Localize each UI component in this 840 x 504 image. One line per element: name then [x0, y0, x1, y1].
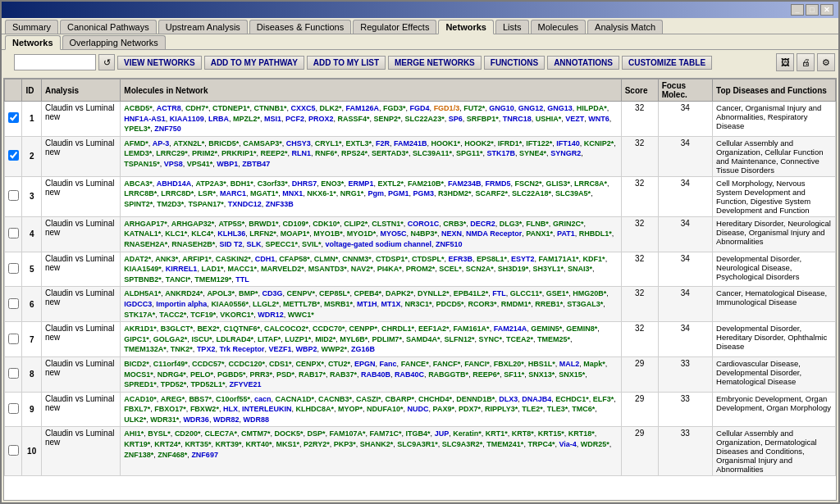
gene-label: DLG3*	[500, 220, 523, 228]
row-focus: 33	[658, 427, 712, 476]
gene-label: C1QTNF6*	[223, 325, 260, 333]
gene-label: KDF1*	[583, 255, 605, 263]
sub-tab-networks[interactable]: Networks	[5, 35, 61, 50]
row-checkbox[interactable]	[8, 445, 19, 456]
gene-label: FAM126A	[346, 104, 380, 112]
gene-label: WDR88	[243, 415, 269, 424]
gene-label: GLCC11*	[510, 289, 542, 297]
row-checkbox-cell[interactable]	[5, 427, 22, 476]
btn-view-networks[interactable]: VIEW NETWORKS	[117, 56, 202, 70]
btn-add-to-my-list[interactable]: ADD TO MY LIST	[307, 56, 386, 70]
row-focus: 33	[658, 392, 712, 427]
btn-customize-table[interactable]: CUSTOMIZE TABLE	[622, 56, 712, 70]
row-checkbox-cell[interactable]	[5, 392, 22, 427]
row-score: 32	[621, 252, 658, 287]
btn-annotations[interactable]: ANNOTATIONS	[547, 56, 619, 70]
gene-label: NRG1*	[340, 189, 364, 198]
tab-diseases---functions[interactable]: Diseases & Functions	[249, 20, 351, 34]
row-checkbox-cell[interactable]	[5, 322, 22, 357]
gene-label: MGAT1*	[250, 189, 278, 198]
gene-label: MAL2	[559, 360, 580, 368]
row-checkbox[interactable]	[8, 403, 19, 414]
row-checkbox-cell[interactable]	[5, 287, 22, 322]
row-disease: Cellular Assembly and Organization, Cell…	[713, 136, 836, 176]
gene-label: KRT35*	[185, 440, 211, 448]
main-tabs: SummaryCanonical PathwaysUpstream Analys…	[2, 18, 838, 34]
row-checkbox[interactable]	[8, 263, 19, 274]
row-checkbox-cell[interactable]	[5, 102, 22, 137]
print-icon[interactable]: 🖨	[797, 53, 815, 71]
gene-label: CD109*	[283, 220, 309, 228]
row-checkbox[interactable]	[8, 368, 19, 379]
row-checkbox[interactable]	[8, 112, 19, 123]
gene-label: RNASEH2B*	[171, 240, 215, 248]
tab-molecules[interactable]: Molecules	[531, 20, 587, 34]
row-checkbox-cell[interactable]	[5, 356, 22, 392]
gene-label: WBP2	[295, 345, 317, 353]
gene-label: ACBD5*	[124, 104, 153, 112]
gene-label: GIPC1*	[124, 335, 149, 343]
filter-input[interactable]	[14, 54, 96, 70]
row-focus: 34	[658, 322, 712, 357]
btn-add-to-my-pathway[interactable]: ADD TO MY PATHWAY	[204, 56, 304, 70]
row-checkbox[interactable]	[8, 150, 19, 161]
gene-label: DLK2*	[320, 104, 342, 112]
main-window: _ □ ✕ SummaryCanonical PathwaysUpstream …	[0, 0, 840, 504]
restore-button[interactable]: □	[806, 4, 819, 16]
gene-label: PDLIM7*	[372, 335, 402, 343]
tab-summary[interactable]: Summary	[5, 20, 58, 34]
gene-label: TMEM132A*	[124, 345, 167, 353]
settings-icon[interactable]: ⚙	[817, 53, 835, 71]
refresh-button[interactable]: ↺	[98, 54, 115, 70]
gene-label: BRICD5*	[208, 139, 239, 148]
gene-label: HILPDA*	[577, 104, 607, 112]
row-disease: Cell Morphology, Nervous System Developm…	[713, 176, 836, 216]
row-checkbox-cell[interactable]	[5, 176, 22, 216]
row-id: 8	[22, 356, 42, 392]
close-button[interactable]: ✕	[820, 4, 833, 16]
gene-label: DHRS7	[292, 179, 317, 188]
gene-label: IFT122*	[526, 139, 552, 148]
row-score: 29	[621, 427, 658, 476]
row-checkbox[interactable]	[8, 190, 19, 201]
gene-label: CNNM3*	[342, 255, 372, 263]
gene-label: CENPP*	[349, 325, 378, 333]
row-checkbox[interactable]	[8, 298, 19, 309]
gene-label: SLC9A3R2*	[442, 440, 483, 448]
row-score: 29	[621, 392, 658, 427]
btn-functions[interactable]: FUNCTIONS	[484, 56, 545, 70]
gene-label: SPG11*	[456, 149, 483, 157]
gene-label: C3orf33*	[258, 179, 288, 188]
table-container[interactable]: IDAnalysisMolecules in NetworkScoreFocus…	[3, 78, 837, 501]
gene-label: SPECC1*	[265, 240, 298, 248]
row-focus: 34	[658, 287, 712, 322]
gene-label: CENPV*	[286, 289, 315, 297]
row-checkbox[interactable]	[8, 228, 19, 238]
gene-label: GNG12	[518, 104, 544, 112]
row-checkbox[interactable]	[8, 334, 19, 344]
tab-regulator-effects[interactable]: Regulator Effects	[353, 20, 436, 34]
gene-label: PGM1	[388, 189, 409, 198]
tab-lists[interactable]: Lists	[495, 20, 529, 34]
gene-label: SH3D19*	[498, 265, 529, 273]
row-checkbox-cell[interactable]	[5, 216, 22, 252]
export-icon[interactable]: 🖼	[776, 53, 794, 71]
row-checkbox-cell[interactable]	[5, 136, 22, 176]
minimize-button[interactable]: _	[791, 4, 804, 16]
gene-label: CCDC120*	[228, 360, 265, 368]
gene-label: LRRC8A*	[574, 179, 607, 188]
gene-label: VEZF1	[268, 345, 291, 353]
row-molecules: AHI1*, BYSL*, CD200*, CLEC7A*, CMTM7*, D…	[121, 427, 621, 476]
btn-merge-networks[interactable]: MERGE NETWORKS	[388, 56, 482, 70]
gene-label: EPB41L2*	[454, 289, 489, 297]
gene-label: LUZP1*	[285, 335, 311, 343]
row-focus: 34	[658, 102, 712, 137]
gene-label: SNX15*	[559, 370, 585, 379]
tab-upstream-analysis[interactable]: Upstream Analysis	[158, 20, 248, 34]
tab-canonical-pathways[interactable]: Canonical Pathways	[60, 20, 157, 34]
sub-tab-overlapping-networks[interactable]: Overlapping Networks	[62, 35, 166, 49]
tab-networks[interactable]: Networks	[438, 20, 494, 34]
gene-label: GRIN2C*	[553, 220, 584, 228]
row-checkbox-cell[interactable]	[5, 252, 22, 287]
tab-analysis-match[interactable]: Analysis Match	[587, 20, 663, 34]
